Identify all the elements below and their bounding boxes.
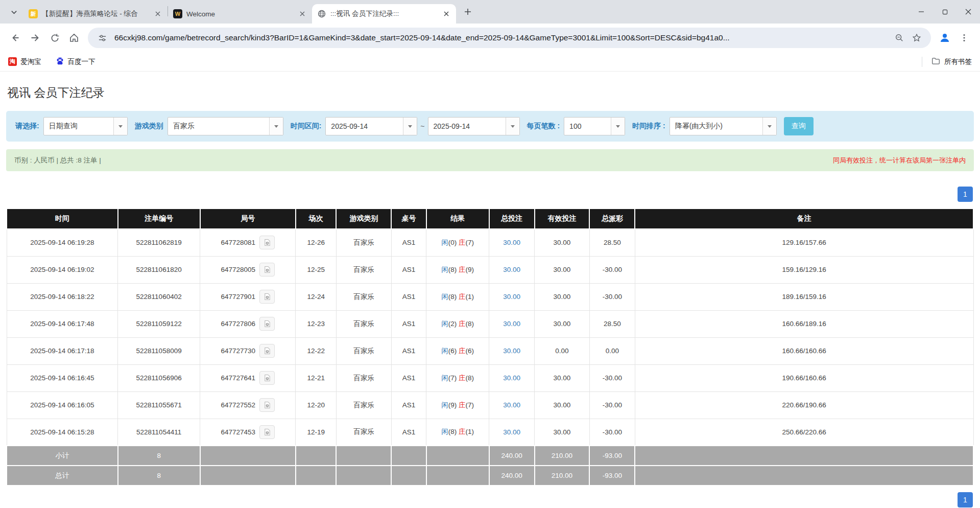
cell-round-id: 647727901 [200,283,296,310]
cell-session: 12-21 [296,364,337,391]
query-type-select[interactable]: 日期查询 [43,117,128,135]
cell-total-bet[interactable]: 30.00 [489,256,535,283]
pagination-bottom: 1 [6,492,973,507]
cell-game-kind: 百家乐 [336,229,391,256]
back-button[interactable] [6,28,26,48]
maximize-button[interactable] [933,0,957,24]
cell-total-bet[interactable]: 30.00 [489,364,535,391]
cell-payout: -30.00 [589,419,635,446]
sort-select[interactable]: 降幂(由大到小) [670,117,777,135]
cell-table-no: AS1 [391,283,426,310]
cell-session: 12-23 [296,310,337,337]
cell-valid-bet: 30.00 [535,364,590,391]
video-replay-icon[interactable] [259,236,275,249]
video-replay-icon[interactable] [259,263,275,276]
bookmarks-bar: 淘 爱淘宝 百度一下 所有书签 [0,52,980,72]
zoom-icon[interactable] [892,31,906,45]
all-bookmarks[interactable]: 所有书签 [922,57,972,67]
cell-result: 闲(2) 庄(8) [426,310,489,337]
tab-close-icon[interactable] [442,9,451,18]
per-page-select[interactable]: 100 [564,117,625,135]
cell-game-kind: 百家乐 [336,310,391,337]
table-header-row: 时间注单编号局号场次游戏类别桌号结果总投注有效投注总派彩备注 [7,209,973,229]
query-button[interactable]: 查询 [784,117,814,135]
close-window-button[interactable] [957,0,980,24]
url-text[interactable]: 66cxkj98.com/game/betrecord_search/kind3… [114,33,889,42]
cell-result: 闲(7) 庄(8) [426,364,489,391]
cell-time: 2025-09-14 06:17:18 [7,337,118,364]
cell-note: 220.66/190.66 [635,391,973,419]
video-replay-icon[interactable] [259,398,275,412]
cell-round-id: 647727641 [200,364,296,391]
tab-welcome[interactable]: W Welcome [168,4,312,24]
cell-game-kind: 百家乐 [336,256,391,283]
cell-total-bet[interactable]: 30.00 [489,310,535,337]
cell-game-kind: 百家乐 [336,337,391,364]
cell-valid-bet: 30.00 [535,419,590,446]
cell-session: 12-22 [296,337,337,364]
date-end-select[interactable]: 2025-09-14 [428,117,520,135]
cell-session: 12-25 [296,256,337,283]
refresh-button[interactable] [45,28,64,48]
bookmark-aitaobao[interactable]: 淘 爱淘宝 [8,57,41,66]
cell-total-bet[interactable]: 30.00 [489,229,535,256]
tab-close-icon[interactable] [153,9,162,18]
video-replay-icon[interactable] [259,317,275,331]
video-replay-icon[interactable] [259,344,275,358]
cell-time: 2025-09-14 06:15:28 [7,419,118,446]
browser-menu-icon[interactable] [954,28,974,48]
date-start-select[interactable]: 2025-09-14 [325,117,417,135]
cell-total-bet[interactable]: 30.00 [489,337,535,364]
tab-forum[interactable]: 新 【新提醒】海燕策略论坛 - 综合 [23,4,168,24]
bookmark-baidu[interactable]: 百度一下 [56,57,95,67]
cell-time: 2025-09-14 06:17:48 [7,310,118,337]
cell-total-bet[interactable]: 30.00 [489,419,535,446]
video-replay-icon[interactable] [259,290,275,304]
filter-bar: 请选择: 日期查询 游戏类别 百家乐 时间区间: 2025-09-14 ~ 20… [6,111,974,142]
baidu-icon [56,57,64,67]
sort-label: 时间排序 : [632,122,665,131]
cell-bet-id: 522811058009 [118,337,200,364]
profile-avatar-icon[interactable] [935,28,954,48]
table-row: 2025-09-14 06:17:48522811059122647727806… [7,310,973,337]
bookmark-star-icon[interactable] [910,31,924,45]
cell-table-no: AS1 [391,391,426,419]
page-content: 视讯 会员下注纪录 请选择: 日期查询 游戏类别 百家乐 时间区间: 2025-… [0,85,980,507]
cell-payout: 28.50 [589,310,635,337]
cell-table-no: AS1 [391,419,426,446]
cell-note: 190.66/160.66 [635,364,973,391]
new-tab-button[interactable] [460,4,475,19]
page-1-button[interactable]: 1 [958,187,973,202]
bookmarks-divider [922,57,922,67]
cell-result: 闲(6) 庄(6) [426,337,489,364]
game-kind-label: 游戏类别 [135,122,163,131]
cell-valid-bet: 30.00 [535,310,590,337]
forward-button[interactable] [26,28,45,48]
total-label: 总计 [7,466,118,486]
cell-game-kind: 百家乐 [336,419,391,446]
subtotal-valid-bet: 210.00 [535,446,590,466]
minimize-button[interactable] [910,0,933,24]
cell-total-bet[interactable]: 30.00 [489,283,535,310]
all-bookmarks-label: 所有书签 [944,57,972,66]
cell-bet-id: 522811060402 [118,283,200,310]
tab-bet-records[interactable]: :::视讯 会员下注纪录::: [312,4,456,24]
tab-close-icon[interactable] [298,9,307,18]
tab-title: 【新提醒】海燕策略论坛 - 综合 [42,9,149,18]
cell-total-bet[interactable]: 30.00 [489,391,535,419]
sort-value: 降幂(由大到小) [670,118,762,135]
home-button[interactable] [64,28,84,48]
table-row: 2025-09-14 06:19:28522811062819647728081… [7,229,973,256]
cell-note: 250.66/220.66 [635,419,973,446]
page-1-button[interactable]: 1 [958,492,973,507]
tab-search-chevron-icon[interactable] [6,4,21,19]
video-replay-icon[interactable] [259,425,275,439]
video-replay-icon[interactable] [259,371,275,385]
site-info-icon[interactable] [95,31,109,45]
cell-table-no: AS1 [391,310,426,337]
game-kind-select[interactable]: 百家乐 [168,117,283,135]
address-bar[interactable]: 66cxkj98.com/game/betrecord_search/kind3… [88,28,931,48]
table-row: 2025-09-14 06:17:18522811058009647727730… [7,337,973,364]
taobao-icon: 淘 [8,57,17,66]
column-header: 场次 [296,209,337,229]
